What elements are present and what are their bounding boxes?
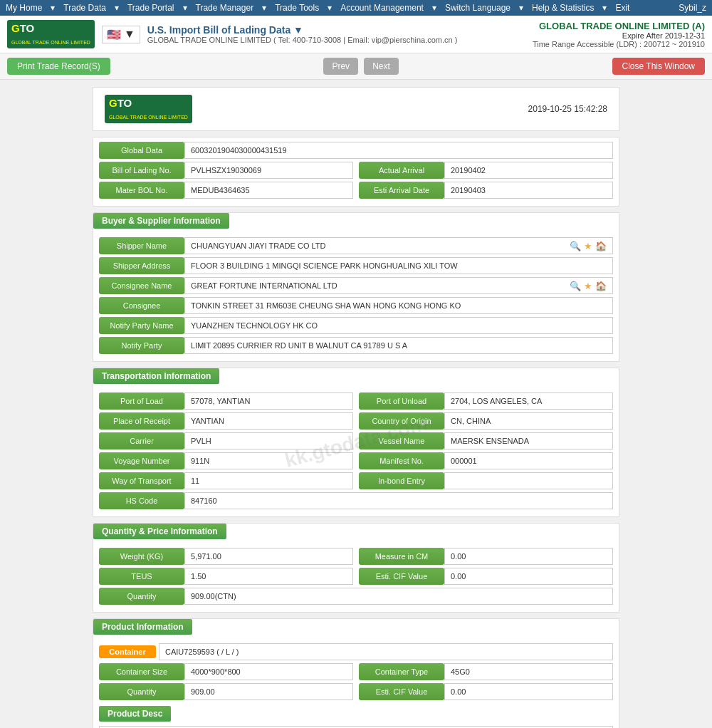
shipper-address-label: Shipper Address — [99, 257, 184, 274]
weight-row: Weight (KG) 5,971.00 — [99, 548, 353, 565]
shipper-name-value: CHUANGYUAN JIAYI TRADE CO LTD 🔍 ★ 🏠 — [184, 237, 613, 254]
esti-cif-value: 0.00 — [444, 568, 613, 585]
notify-party-name-value: YUANZHEN TECHNOLOGY HK CO — [184, 317, 613, 334]
shipper-home-icon[interactable]: 🏠 — [595, 241, 607, 251]
manifest-no-label: Manifest No. — [359, 452, 444, 469]
esti-cif-label: Esti. CIF Value — [359, 568, 444, 585]
product-quantity-label: Quantity — [99, 683, 184, 700]
nav-trade-manager[interactable]: Trade Manager — [196, 3, 254, 13]
country-of-origin-label: Country of Origin — [359, 412, 444, 430]
logo-icon: GTOGLOBAL TRADE ONLINE LIMITED — [7, 20, 95, 48]
consignee-star-icon[interactable]: ★ — [584, 281, 592, 291]
doc-timestamp: 2019-10-25 15:42:28 — [528, 104, 607, 114]
ldr-range: Time Range Accessible (LDR) : 200712 ~ 2… — [533, 40, 705, 48]
notify-party-name-label: Notify Party Name — [99, 317, 184, 334]
product-quantity-row: Quantity 909.00 — [99, 683, 353, 700]
hs-code-row: HS Code 847160 — [99, 492, 613, 509]
port-of-load-row: Port of Load 57078, YANTIAN — [99, 392, 353, 410]
nav-trade-tools[interactable]: Trade Tools — [275, 3, 319, 13]
measure-row: Measure in CM 0.00 — [359, 548, 613, 565]
quantity-row: Quantity 909.00(CTN) — [99, 588, 613, 605]
product-header: Product Information — [93, 619, 192, 635]
container-size-row: Container Size 4000*900*800 — [99, 663, 353, 680]
actual-arrival-row: Actual Arrival 20190402 — [359, 162, 613, 179]
container-row: Container CAIU7259593 ( / L / ) — [99, 643, 613, 660]
consignee-label: Consignee — [99, 297, 184, 314]
vessel-name-value: MAERSK ENSENADA — [444, 432, 613, 449]
print-button-top[interactable]: Print Trade Record(S) — [7, 58, 110, 75]
consignee-home-icon[interactable]: 🏠 — [595, 281, 607, 291]
close-button-top[interactable]: Close This Window — [612, 58, 705, 75]
esti-arrival-value: 20190403 — [444, 182, 613, 199]
consignee-search-icon[interactable]: 🔍 — [570, 281, 581, 291]
quantity-price-header: Quantity & Price Information — [93, 524, 226, 539]
country-of-origin-row: Country of Origin CN, CHINA — [359, 412, 613, 430]
nav-trade-portal[interactable]: Trade Portal — [127, 3, 174, 13]
master-bol-label: Mater BOL No. — [99, 182, 184, 199]
nav-account-management[interactable]: Account Management — [340, 3, 424, 13]
teus-row: TEUS 1.50 — [99, 568, 353, 585]
shipper-search-icon[interactable]: 🔍 — [570, 241, 581, 251]
doc-logo-icon: GTOGLOBAL TRADE ONLINE LIMITED — [105, 95, 192, 123]
product-desc-header: Product Desc — [99, 706, 171, 722]
bol-no-label: Bill of Lading No. — [99, 162, 184, 179]
esti-cif-row: Esti. CIF Value 0.00 — [359, 568, 613, 585]
actual-arrival-label: Actual Arrival — [359, 162, 444, 179]
place-of-receipt-row: Place of Receipt YANTIAN — [99, 412, 353, 430]
product-esti-cif-label: Esti. CIF Value — [359, 683, 444, 700]
nav-trade-data[interactable]: Trade Data — [63, 3, 106, 13]
nav-my-home[interactable]: My Home — [6, 3, 42, 13]
global-data-label: Global Data — [99, 142, 184, 159]
bol-no-row: Bill of Lading No. PVLHSZX19030069 — [99, 162, 353, 179]
page-title: U.S. Import Bill of Lading Data ▼ — [147, 24, 458, 36]
container-tag: Container — [99, 645, 156, 658]
logo-area: GTOGLOBAL TRADE ONLINE LIMITED — [7, 20, 95, 48]
hs-code-value: 847160 — [184, 492, 613, 509]
doc-logo: GTOGLOBAL TRADE ONLINE LIMITED — [105, 95, 192, 123]
nav-exit[interactable]: Exit — [615, 3, 629, 13]
product-esti-cif-row: Esti. CIF Value 0.00 — [359, 683, 613, 700]
prev-button-top[interactable]: Prev — [323, 58, 358, 75]
container-type-label: Container Type — [359, 663, 444, 680]
carrier-row: Carrier PVLH — [99, 432, 353, 449]
expire-date: Expire After 2019-12-31 — [533, 31, 705, 40]
port-of-load-value: 57078, YANTIAN — [184, 392, 353, 410]
header-subtitle: GLOBAL TRADE ONLINE LIMITED ( Tel: 400-7… — [147, 36, 458, 44]
in-bond-entry-value — [444, 472, 613, 489]
header-left: GTOGLOBAL TRADE ONLINE LIMITED 🇺🇸 ▼ U.S.… — [7, 20, 457, 48]
consignee-name-row: Consignee Name GREAT FORTUNE INTERNATION… — [99, 277, 613, 294]
voyage-number-row: Voyage Number 911N — [99, 452, 353, 469]
consignee-value: TONKIN STREET 31 RM603E CHEUNG SHA WAN H… — [184, 297, 613, 314]
shipper-star-icon[interactable]: ★ — [584, 241, 592, 251]
global-data-section: Global Data 6003201904030000431519 Bill … — [93, 137, 619, 207]
weight-value: 5,971.00 — [184, 548, 353, 565]
consignee-row: Consignee TONKIN STREET 31 RM603E CHEUNG… — [99, 297, 613, 314]
consignee-name-value: GREAT FORTUNE INTERNATIONAL LTD 🔍 ★ 🏠 — [184, 277, 613, 294]
nav-switch-language[interactable]: Switch Language — [445, 3, 511, 13]
carrier-label: Carrier — [99, 432, 184, 449]
port-of-unload-label: Port of Unload — [359, 392, 444, 410]
country-of-origin-value: CN, CHINA — [444, 412, 613, 430]
nav-user: Sybil_z — [679, 3, 706, 13]
quantity-value: 909.00(CTN) — [184, 588, 613, 605]
next-button-top[interactable]: Next — [364, 58, 399, 75]
port-of-unload-row: Port of Unload 2704, LOS ANGELES, CA — [359, 392, 613, 410]
voyage-number-value: 911N — [184, 452, 353, 469]
container-type-row: Container Type 45G0 — [359, 663, 613, 680]
buyer-supplier-section: Buyer & Supplier Information Shipper Nam… — [93, 212, 619, 362]
way-of-transport-value: 11 — [184, 472, 353, 489]
hs-code-label: HS Code — [99, 492, 184, 509]
manifest-no-value: 000001 — [444, 452, 613, 469]
quantity-label: Quantity — [99, 588, 184, 605]
top-navigation: My Home ▾ Trade Data ▾ Trade Portal ▾ Tr… — [0, 0, 712, 16]
company-name: GLOBAL TRADE ONLINE LIMITED (A) — [533, 21, 705, 31]
shipper-address-value: FLOOR 3 BUILDING 1 MINGQI SCIENCE PARK H… — [184, 257, 613, 274]
product-esti-cif-value: 0.00 — [444, 683, 613, 700]
master-bol-value: MEDUB4364635 — [184, 182, 353, 199]
teus-label: TEUS — [99, 568, 184, 585]
doc-header: GTOGLOBAL TRADE ONLINE LIMITED 2019-10-2… — [93, 87, 619, 131]
nav-help-statistics[interactable]: Help & Statistics — [532, 3, 594, 13]
actual-arrival-value: 20190402 — [444, 162, 613, 179]
port-of-unload-value: 2704, LOS ANGELES, CA — [444, 392, 613, 410]
shipper-address-row: Shipper Address FLOOR 3 BUILDING 1 MINGQ… — [99, 257, 613, 274]
